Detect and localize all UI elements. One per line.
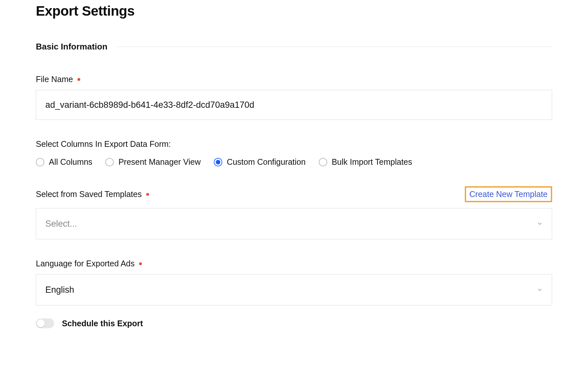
radio-circle-icon <box>36 158 44 166</box>
file-name-input[interactable] <box>36 90 552 120</box>
radio-label: Bulk Import Templates <box>332 157 412 167</box>
schedule-export-label: Schedule this Export <box>62 319 143 328</box>
file-name-label-text: File Name <box>36 75 73 84</box>
required-dot-icon <box>78 78 80 81</box>
select-value: English <box>45 285 74 295</box>
language-label: Language for Exported Ads <box>36 259 142 268</box>
radio-label: Custom Configuration <box>227 157 306 167</box>
export-settings-page: Export Settings Basic Information File N… <box>0 0 588 341</box>
field-select-columns: Select Columns In Export Data Form: All … <box>36 139 552 167</box>
radio-custom-configuration[interactable]: Custom Configuration <box>214 157 306 167</box>
select-placeholder: Select... <box>45 219 77 229</box>
radio-present-manager-view[interactable]: Present Manager View <box>105 157 200 167</box>
radio-circle-icon <box>105 158 114 166</box>
file-name-label: File Name <box>36 75 80 84</box>
language-select[interactable]: English <box>36 274 552 305</box>
schedule-export-toggle[interactable] <box>36 318 54 328</box>
language-label-text: Language for Exported Ads <box>36 259 135 268</box>
chevron-down-icon <box>537 221 543 227</box>
create-new-template-highlight: Create New Template <box>465 186 552 202</box>
section-heading: Basic Information <box>36 42 108 52</box>
radio-circle-selected-icon <box>214 158 222 166</box>
saved-templates-select[interactable]: Select... <box>36 208 552 239</box>
radio-bulk-import-templates[interactable]: Bulk Import Templates <box>319 157 412 167</box>
page-title: Export Settings <box>36 3 552 19</box>
section-basic-information: Basic Information <box>36 42 552 52</box>
radio-all-columns[interactable]: All Columns <box>36 157 92 167</box>
field-file-name: File Name <box>36 75 552 120</box>
create-new-template-link[interactable]: Create New Template <box>469 190 548 199</box>
select-columns-label: Select Columns In Export Data Form: <box>36 139 171 149</box>
field-language: Language for Exported Ads English <box>36 259 552 305</box>
required-dot-icon <box>139 262 142 265</box>
radio-label: All Columns <box>49 157 92 167</box>
radio-dot-icon <box>216 160 220 164</box>
saved-templates-label: Select from Saved Templates <box>36 190 149 199</box>
select-columns-radio-group: All Columns Present Manager View Custom … <box>36 157 552 167</box>
radio-circle-icon <box>319 158 327 166</box>
radio-label: Present Manager View <box>118 157 200 167</box>
toggle-thumb-icon <box>37 319 45 327</box>
chevron-down-icon <box>537 287 543 293</box>
section-divider <box>117 47 552 47</box>
required-dot-icon <box>146 193 149 196</box>
field-schedule-export: Schedule this Export <box>36 318 552 328</box>
field-saved-templates: Select from Saved Templates Create New T… <box>36 186 552 239</box>
saved-templates-label-text: Select from Saved Templates <box>36 190 142 199</box>
